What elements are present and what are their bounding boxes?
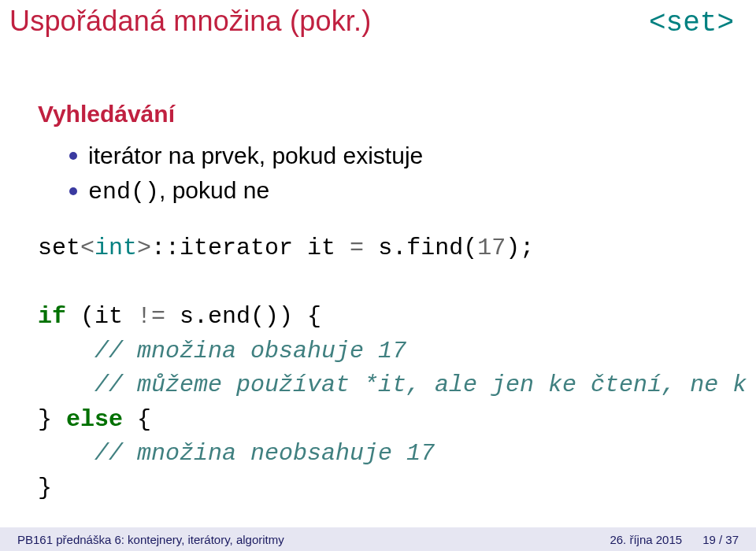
code-line: if (it != s.end()) {	[38, 303, 321, 330]
slide-header: Uspořádaná množina (pokr.) <set>	[0, 0, 756, 39]
bullet-text: iterátor na prvek, pokud existuje	[88, 139, 423, 173]
header-tag: <set>	[649, 7, 734, 39]
code-block: set<int>::iterator it = s.find(17); if (…	[38, 231, 718, 505]
code-line: } else {	[38, 406, 151, 433]
slide-footer: PB161 přednáška 6: kontejnery, iterátory…	[0, 527, 756, 551]
code-comment: // můžeme používat *it, ale jen ke čtení…	[38, 372, 756, 398]
footer-date: 26. října 2015	[610, 533, 682, 546]
slide-title: Uspořádaná množina (pokr.)	[9, 5, 371, 38]
footer-right: 26. října 2015 19 / 37	[610, 533, 756, 546]
footer-left: PB161 přednáška 6: kontejnery, iterátory…	[0, 533, 284, 546]
bullet-text: end(), pokud ne	[88, 173, 269, 210]
bullet-icon	[69, 152, 77, 160]
subheading: Vyhledávání	[38, 101, 718, 128]
code-comment: // množina obsahuje 17	[38, 338, 406, 364]
code-comment: // množina neobsahuje 17	[38, 440, 435, 467]
list-item: end(), pokud ne	[69, 173, 718, 210]
bullet-list: iterátor na prvek, pokud existuje end(),…	[38, 139, 718, 209]
inline-code: end()	[88, 179, 159, 205]
footer-page: 19 / 37	[702, 533, 739, 546]
bullet-icon	[69, 187, 77, 195]
code-line: }	[38, 475, 52, 501]
slide-body: Vyhledávání iterátor na prvek, pokud exi…	[0, 39, 756, 505]
list-item: iterátor na prvek, pokud existuje	[69, 139, 718, 173]
code-line: set<int>::iterator it = s.find(17);	[38, 235, 534, 261]
bullet-text-suffix: , pokud ne	[159, 177, 269, 203]
slide: Uspořádaná množina (pokr.) <set> Vyhledá…	[0, 0, 756, 551]
